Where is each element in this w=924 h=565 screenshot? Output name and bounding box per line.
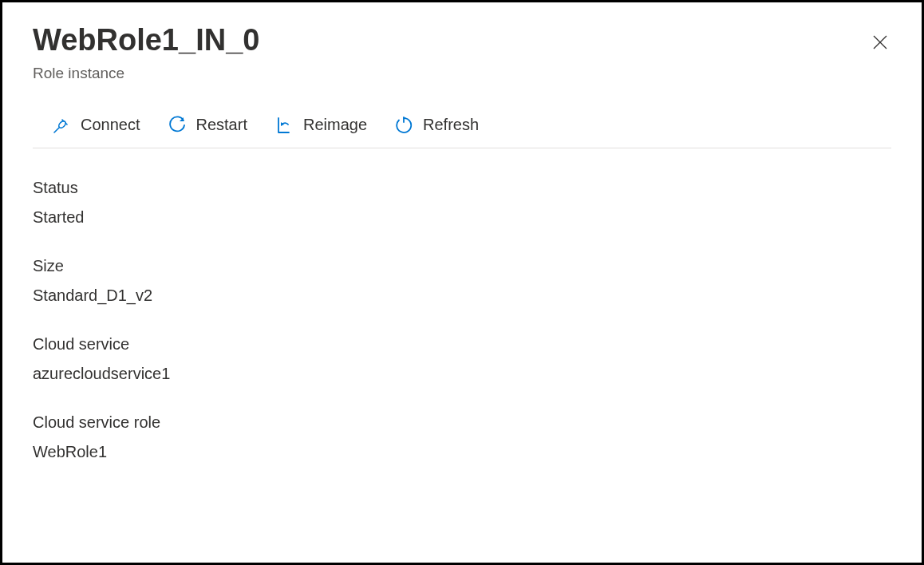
restart-icon — [168, 116, 187, 135]
command-bar: Connect Restart Reimage — [33, 113, 891, 148]
property-status: Status Started — [33, 179, 891, 227]
property-size: Size Standard_D1_v2 — [33, 257, 891, 305]
svg-point-2 — [57, 120, 67, 129]
close-icon — [872, 41, 888, 53]
role-instance-panel: WebRole1_IN_0 Role instance Co — [2, 2, 922, 461]
refresh-label: Refresh — [423, 116, 479, 134]
connect-label: Connect — [81, 116, 140, 134]
cloud-service-role-value: WebRole1 — [33, 443, 891, 461]
status-value: Started — [33, 208, 891, 227]
reimage-icon — [274, 116, 294, 135]
size-value: Standard_D1_v2 — [33, 286, 891, 305]
property-cloud-service-role: Cloud service role WebRole1 — [33, 413, 891, 461]
size-label: Size — [33, 257, 891, 275]
connect-icon — [52, 116, 71, 135]
restart-label: Restart — [196, 116, 247, 134]
connect-button[interactable]: Connect — [52, 113, 140, 138]
reimage-button[interactable]: Reimage — [274, 113, 367, 138]
properties-section: Status Started Size Standard_D1_v2 Cloud… — [33, 179, 891, 461]
property-cloud-service: Cloud service azurecloudservice1 — [33, 335, 891, 383]
cloud-service-role-label: Cloud service role — [33, 413, 891, 432]
refresh-icon — [394, 116, 413, 135]
panel-header: WebRole1_IN_0 Role instance — [33, 22, 891, 82]
page-subtitle: Role instance — [33, 65, 259, 82]
refresh-button[interactable]: Refresh — [394, 113, 479, 138]
page-title: WebRole1_IN_0 — [33, 22, 259, 60]
cloud-service-value: azurecloudservice1 — [33, 365, 891, 383]
cloud-service-label: Cloud service — [33, 335, 891, 354]
close-button[interactable] — [866, 28, 894, 57]
reimage-label: Reimage — [303, 116, 367, 134]
restart-button[interactable]: Restart — [168, 113, 247, 138]
title-block: WebRole1_IN_0 Role instance — [33, 22, 259, 82]
status-label: Status — [33, 179, 891, 197]
